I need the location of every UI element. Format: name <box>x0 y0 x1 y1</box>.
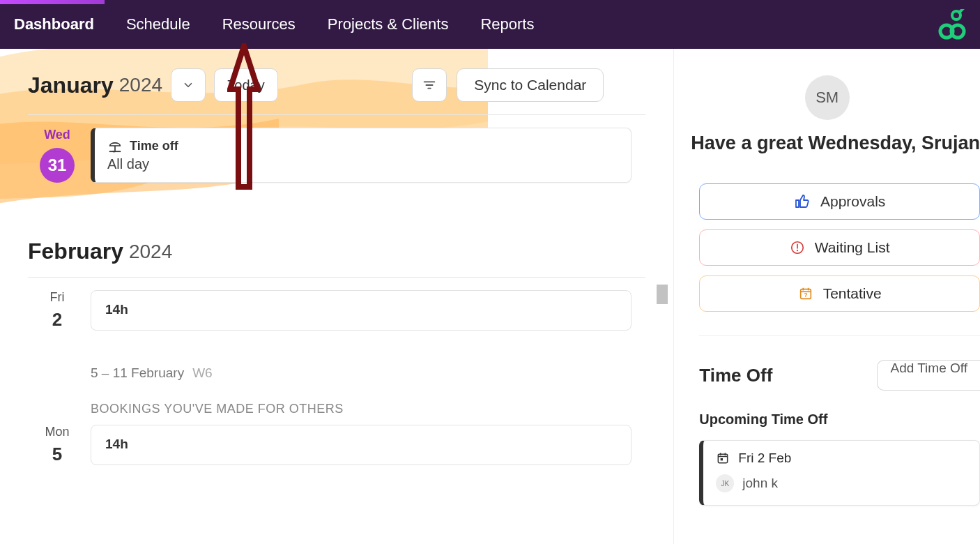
month-picker-button[interactable] <box>171 68 206 102</box>
timeoff-heading: Time Off <box>699 365 772 386</box>
event-subtitle: All day <box>107 156 618 172</box>
app-logo-icon[interactable] <box>938 9 966 40</box>
day-row-jan-31: Wed 31 Time off All day <box>0 115 673 197</box>
filter-button[interactable] <box>412 68 447 102</box>
upcoming-date: Fri 2 Feb <box>738 451 791 466</box>
month-year: 2024 <box>129 241 172 263</box>
schedule-pane: January 2024 Today Sync to Calendar Wed … <box>0 49 673 544</box>
tentative-label: Tentative <box>823 285 882 302</box>
nav-reports[interactable]: Reports <box>480 15 534 33</box>
month-header-february: February 2024 <box>0 197 673 277</box>
approvals-label: Approvals <box>820 193 885 210</box>
filter-icon <box>422 77 437 93</box>
month-year: 2024 <box>119 74 162 96</box>
event-card-timeoff[interactable]: Time off All day <box>91 128 631 183</box>
svg-point-11 <box>797 250 798 251</box>
day-number: 2 <box>24 309 91 331</box>
day-number-active[interactable]: 31 <box>40 148 75 183</box>
event-title-text: Time off <box>130 139 178 153</box>
day-number: 5 <box>24 444 91 465</box>
day-name: Mon <box>24 425 91 439</box>
hours-card[interactable]: 14h <box>91 290 631 331</box>
bookings-for-others-label: BOOKINGS YOU'VE MADE FOR OTHERS <box>0 402 673 416</box>
nav-schedule[interactable]: Schedule <box>126 15 190 33</box>
calendar-icon <box>716 451 730 465</box>
week-number: W6 <box>192 365 213 380</box>
upcoming-timeoff-card[interactable]: Fri 2 Feb JK john k <box>699 440 980 506</box>
today-button[interactable]: Today <box>214 68 278 102</box>
upcoming-person-name: john k <box>742 476 778 491</box>
progress-indicator <box>0 0 105 4</box>
nav-projects-clients[interactable]: Projects & Clients <box>328 15 449 33</box>
svg-text:?: ? <box>804 292 807 299</box>
waiting-list-button[interactable]: Waiting List <box>699 229 980 266</box>
top-nav: Dashboard Schedule Resources Projects & … <box>0 0 980 49</box>
add-timeoff-button[interactable]: Add Time Off <box>877 360 980 391</box>
week-range: 5 – 11 FebruaryW6 <box>0 365 673 381</box>
upcoming-timeoff-label: Upcoming Time Off <box>699 411 980 428</box>
alert-circle-icon <box>790 240 805 255</box>
day-row-feb-5: Mon 5 14h <box>0 425 673 479</box>
tentative-button[interactable]: ? Tentative <box>699 275 980 312</box>
day-row-feb-2: Fri 2 14h <box>0 278 673 345</box>
day-name: Wed <box>24 128 91 142</box>
thumbs-up-icon <box>794 193 811 210</box>
calendar-question-icon: ? <box>798 286 813 301</box>
svg-rect-21 <box>721 458 723 460</box>
approvals-button[interactable]: Approvals <box>699 183 980 220</box>
nav-dashboard[interactable]: Dashboard <box>14 15 94 33</box>
month-header-january: January 2024 Today Sync to Calendar <box>0 49 673 114</box>
day-name: Fri <box>24 290 91 305</box>
greeting-text: Have a great Wednesday, Srujan <box>674 133 980 154</box>
sync-calendar-button[interactable]: Sync to Calendar <box>457 68 604 102</box>
month-name: February <box>28 239 123 264</box>
month-name: January <box>28 73 114 98</box>
user-avatar[interactable]: SM <box>805 75 850 120</box>
svg-line-1 <box>959 9 963 13</box>
hours-card[interactable]: 14h <box>91 425 631 465</box>
side-panel: SM Have a great Wednesday, Srujan Approv… <box>673 49 980 544</box>
waiting-list-label: Waiting List <box>815 239 890 256</box>
nav-resources[interactable]: Resources <box>222 15 296 33</box>
chevron-down-icon <box>182 79 194 91</box>
umbrella-icon <box>107 138 123 153</box>
person-avatar-mini: JK <box>716 474 734 492</box>
